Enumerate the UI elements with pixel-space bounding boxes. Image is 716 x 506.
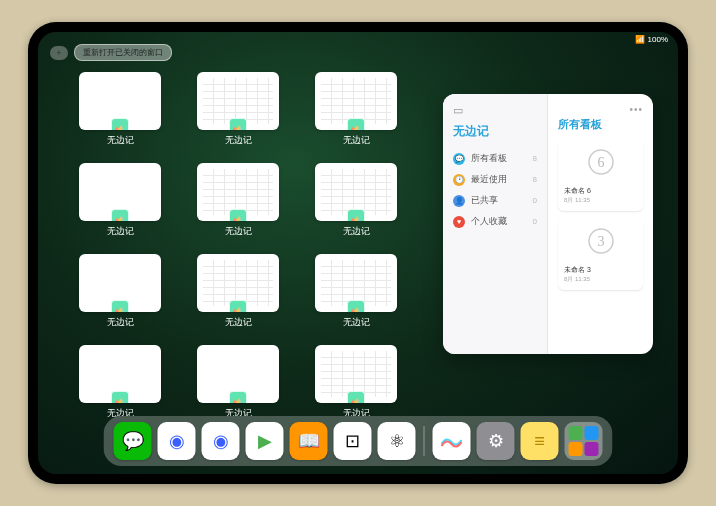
window-thumbnail[interactable]: 无边记 [309,72,403,147]
dock-app-dice[interactable]: ⊡ [334,422,372,460]
window-preview [315,254,397,312]
window-label: 无边记 [225,316,252,329]
sidebar-item[interactable]: ♥个人收藏0 [453,211,537,232]
wifi-icon: 📶 [635,35,645,44]
app-library-icon[interactable] [565,422,603,460]
window-thumbnail[interactable]: 无边记 [191,72,285,147]
sidebar-item-icon: 👤 [453,195,465,207]
sidebar-item-label: 个人收藏 [471,215,527,228]
freeform-app-icon [111,300,129,312]
freeform-app-icon [347,391,365,403]
window-thumbnail[interactable]: 无边记 [309,345,403,420]
window-label: 无边记 [343,134,370,147]
sidebar-item-label: 最近使用 [471,173,527,186]
window-label: 无边记 [225,225,252,238]
board-date: 8月 11:35 [564,275,637,284]
popover-section-title: 所有看板 [558,117,643,132]
window-preview [197,345,279,403]
sidebar-item-count: 0 [533,217,537,226]
status-bar: 📶 100% [635,35,668,44]
window-preview [79,345,161,403]
window-label: 无边记 [107,134,134,147]
window-thumbnail[interactable]: 无边记 [191,254,285,329]
freeform-app-icon [111,209,129,221]
svg-text:3: 3 [597,234,604,249]
window-thumbnail[interactable]: 无边记 [73,163,167,238]
sidebar-item-icon: 🕑 [453,174,465,186]
popover-sidebar: ▭ 无边记 💬所有看板8🕑最近使用8👤已共享0♥个人收藏0 [443,94,548,354]
board-card[interactable]: 3未命名 38月 11:35 [558,219,643,290]
dock-app-wechat[interactable]: 💬 [114,422,152,460]
freeform-app-icon [347,118,365,130]
window-preview [197,163,279,221]
window-thumbnail[interactable]: 无边记 [73,254,167,329]
dock-app-play[interactable]: ▶ [246,422,284,460]
sidebar-item-icon: 💬 [453,153,465,165]
board-name: 未命名 6 [564,186,637,196]
window-preview [197,72,279,130]
window-preview [197,254,279,312]
add-button[interactable]: + [50,46,68,60]
dock-app-notes[interactable]: ≡ [521,422,559,460]
window-label: 无边记 [225,134,252,147]
board-name: 未命名 3 [564,265,637,275]
board-thumbnail-icon: 3 [581,225,621,261]
freeform-app-icon [229,209,247,221]
window-label: 无边记 [107,225,134,238]
window-preview [79,163,161,221]
popover-title: 无边记 [453,123,537,140]
reopen-closed-window-button[interactable]: 重新打开已关闭的窗口 [74,44,172,61]
sidebar-item[interactable]: 💬所有看板8 [453,148,537,169]
popover-content: ••• 所有看板 6未命名 68月 11:353未命名 38月 11:35 [548,94,653,354]
sidebar-item[interactable]: 👤已共享0 [453,190,537,211]
freeform-app-icon [347,300,365,312]
freeform-app-icon [229,118,247,130]
sidebar-item-count: 8 [533,154,537,163]
window-label: 无边记 [107,316,134,329]
freeform-popover: ▭ 无边记 💬所有看板8🕑最近使用8👤已共享0♥个人收藏0 ••• 所有看板 6… [443,94,653,354]
board-thumbnail-icon: 6 [581,146,621,182]
window-thumbnail[interactable]: 无边记 [191,163,285,238]
ipad-device-frame: 📶 100% + 重新打开已关闭的窗口 无边记无边记无边记无边记无边记无边记无边… [28,22,688,484]
freeform-app-icon [111,391,129,403]
board-date: 8月 11:35 [564,196,637,205]
window-thumbnail[interactable]: 无边记 [191,345,285,420]
sidebar-item-count: 0 [533,196,537,205]
sidebar-toggle-icon[interactable]: ▭ [453,104,537,117]
topbar: + 重新打开已关闭的窗口 [50,44,172,61]
dock-app-settings[interactable]: ⚙ [477,422,515,460]
dock-app-freeform[interactable] [433,422,471,460]
app-expose-grid: 无边记无边记无边记无边记无边记无边记无边记无边记无边记无边记无边记无边记 [73,72,403,420]
window-preview [315,72,397,130]
freeform-app-icon [229,300,247,312]
window-preview [315,345,397,403]
battery-indicator: 100% [648,35,668,44]
window-thumbnail[interactable]: 无边记 [309,163,403,238]
dock-app-nodes[interactable]: ⚛ [378,422,416,460]
sidebar-item[interactable]: 🕑最近使用8 [453,169,537,190]
dock: 💬◉◉▶📖⊡⚛ ⚙≡ [104,416,613,466]
dock-separator [424,426,425,456]
freeform-app-icon [111,118,129,130]
window-label: 无边记 [343,316,370,329]
freeform-app-icon [347,209,365,221]
svg-text:6: 6 [597,155,604,170]
window-thumbnail[interactable]: 无边记 [73,345,167,420]
board-card[interactable]: 6未命名 68月 11:35 [558,140,643,211]
window-preview [79,72,161,130]
sidebar-item-count: 8 [533,175,537,184]
dock-app-quark1[interactable]: ◉ [158,422,196,460]
window-preview [315,163,397,221]
sidebar-item-icon: ♥ [453,216,465,228]
dock-app-books[interactable]: 📖 [290,422,328,460]
window-thumbnail[interactable]: 无边记 [309,254,403,329]
sidebar-item-label: 已共享 [471,194,527,207]
freeform-app-icon [229,391,247,403]
window-thumbnail[interactable]: 无边记 [73,72,167,147]
window-label: 无边记 [343,225,370,238]
sidebar-item-label: 所有看板 [471,152,527,165]
dock-app-quark2[interactable]: ◉ [202,422,240,460]
more-icon[interactable]: ••• [558,104,643,115]
window-preview [79,254,161,312]
ipad-screen: 📶 100% + 重新打开已关闭的窗口 无边记无边记无边记无边记无边记无边记无边… [38,32,678,474]
